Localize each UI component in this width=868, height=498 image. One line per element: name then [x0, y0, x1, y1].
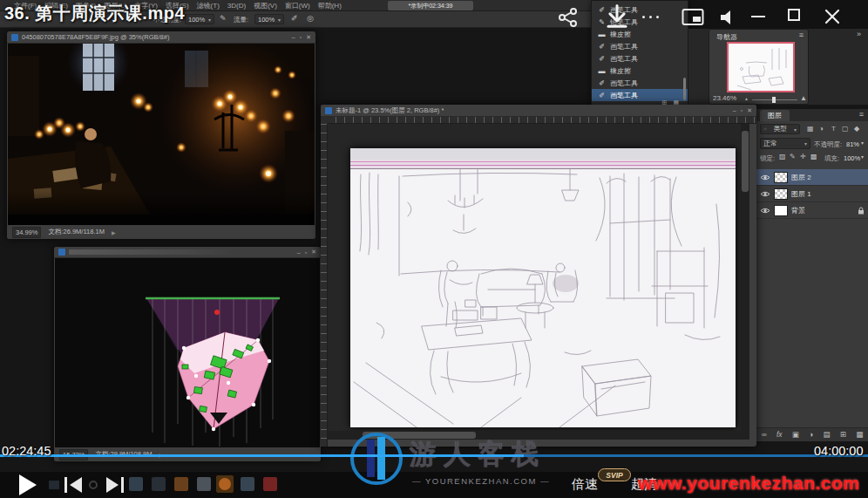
play-button[interactable]	[19, 474, 37, 495]
menu-window[interactable]: 窗口(W)	[285, 1, 310, 10]
taskbar-app-icon-active[interactable]	[216, 475, 234, 493]
tab-layers[interactable]: 图层	[760, 110, 790, 121]
zoom-level[interactable]: 34.99%	[12, 227, 41, 238]
taskbar-app-icon[interactable]	[174, 477, 188, 491]
close-icon[interactable]: ✕	[311, 249, 316, 256]
tool-preset-item[interactable]: ▬ 橡皮擦	[592, 65, 688, 77]
filter-pixel-icon[interactable]: ▦	[807, 126, 814, 133]
minimize-window-icon[interactable]	[751, 16, 765, 17]
opacity-value[interactable]: 81%	[846, 140, 859, 148]
flow-dropdown[interactable]: 100% ▾	[254, 14, 284, 24]
opacity-dropdown[interactable]: 100% ▾	[185, 14, 214, 24]
close-icon[interactable]: ✕	[306, 34, 311, 41]
restore-icon[interactable]: ▫	[300, 34, 302, 40]
panel-menu-icon[interactable]: ≡	[799, 31, 804, 39]
menu-help[interactable]: 帮助(H)	[318, 1, 342, 10]
blend-mode-dropdown[interactable]: 正常 ▾	[760, 138, 810, 149]
tool-preset-item[interactable]: ▬ 橡皮擦	[592, 28, 688, 40]
navigator-sketch-preview	[729, 44, 793, 91]
panel-scrollbar[interactable]	[683, 78, 686, 100]
restore-icon[interactable]: ▫	[741, 107, 743, 113]
eye-icon[interactable]	[760, 207, 770, 215]
adjustment-layer-icon[interactable]: ◑	[809, 431, 813, 439]
eye-icon[interactable]	[760, 190, 770, 198]
tool-preset-item[interactable]: ✐ 画笔工具	[592, 40, 688, 52]
more-icon[interactable]	[642, 16, 659, 18]
layer-group-icon[interactable]: ▤	[824, 431, 831, 439]
maximize-window-icon[interactable]	[788, 9, 800, 21]
reference-image[interactable]	[8, 44, 315, 225]
scrollbar-thumb[interactable]	[742, 131, 749, 192]
chevron-down-icon[interactable]: ▾	[861, 154, 864, 160]
smoothing-icon[interactable]: ◎	[307, 15, 314, 23]
menu-filter[interactable]: 滤镜(T)	[197, 1, 220, 10]
restore-icon[interactable]: ▫	[305, 249, 307, 256]
status-arrow-icon[interactable]: ▶	[112, 229, 116, 235]
scrollbar-vertical[interactable]	[741, 124, 749, 440]
collapse-panels-icon[interactable]: »	[857, 31, 861, 38]
layer-row[interactable]: 图层 1	[756, 186, 868, 202]
lock-all-icon[interactable]: ▩	[810, 153, 817, 160]
lock-transparent-icon[interactable]: ▨	[779, 153, 786, 160]
layer-row-background[interactable]: 背景	[756, 202, 868, 219]
navigator-thumbnail[interactable]	[727, 42, 795, 92]
zoom-in-icon[interactable]: ▲	[800, 95, 807, 102]
next-button[interactable]	[106, 477, 124, 493]
document-titlebar[interactable]: 未标题-1 @ 23.5%(图层 2, RGB/8#) * – ▫ ✕	[321, 105, 756, 117]
taskbar-app-icon[interactable]	[197, 477, 211, 491]
pen-pressure-icon[interactable]: ✎	[220, 15, 227, 23]
pip-icon[interactable]	[682, 8, 704, 27]
tool-preset-item[interactable]: ✐ 画笔工具	[592, 77, 688, 89]
link-layers-icon[interactable]: ∞	[762, 431, 767, 439]
filter-smart-icon[interactable]: ◆	[854, 126, 859, 133]
panel-menu-icon[interactable]: ≡	[859, 111, 864, 119]
taskbar-app-icon[interactable]	[129, 477, 143, 491]
lock-brush-icon[interactable]: ✎	[790, 153, 796, 160]
close-window-icon[interactable]	[823, 7, 842, 26]
delete-layer-icon[interactable]: ▦	[856, 431, 863, 439]
playback-speed-button[interactable]: 倍速	[572, 476, 598, 493]
lock-move-icon[interactable]: ✛	[800, 153, 806, 160]
chevron-down-icon[interactable]: ▾	[861, 140, 864, 146]
layer-effects-icon[interactable]: fx	[776, 431, 783, 439]
close-icon[interactable]: ✕	[747, 107, 752, 114]
taskbar-app-icon[interactable]	[241, 477, 254, 491]
navigator-zoom-value[interactable]: 23.46%	[713, 94, 736, 102]
airbrush-icon[interactable]: ✐	[291, 15, 298, 23]
progress-bar[interactable]	[0, 454, 868, 457]
layer-thumbnail[interactable]	[774, 172, 788, 183]
filter-adjustment-icon[interactable]: ◑	[819, 126, 824, 133]
navigator-slider-thumb[interactable]	[772, 97, 776, 103]
canvas-page[interactable]	[350, 148, 736, 427]
speaker-icon[interactable]	[718, 8, 737, 27]
previous-button[interactable]	[64, 477, 82, 493]
taskbar-app-icon[interactable]	[152, 477, 166, 491]
document-titlebar[interactable]: – ▫ ✕	[54, 247, 321, 258]
filter-type-icon[interactable]: T	[831, 126, 836, 133]
filter-shape-icon[interactable]: ▢	[842, 126, 849, 133]
menu-view[interactable]: 视图(V)	[254, 1, 277, 10]
layer-thumbnail[interactable]	[774, 205, 788, 216]
menu-3d[interactable]: 3D(D)	[227, 2, 246, 10]
layer-mask-icon[interactable]: ▣	[792, 431, 799, 439]
zoom-out-icon[interactable]: ▲	[744, 97, 749, 101]
minimize-icon[interactable]: –	[297, 249, 301, 256]
minimize-icon[interactable]: –	[292, 34, 295, 40]
eye-icon[interactable]	[760, 174, 770, 181]
layer-thumbnail[interactable]	[774, 188, 788, 200]
layer-filter-dropdown[interactable]: ○ 类型 ▾	[760, 124, 800, 134]
taskbar-app-icon[interactable]	[49, 481, 59, 489]
new-layer-icon[interactable]: ⊞	[840, 431, 846, 439]
share-icon[interactable]	[558, 8, 579, 27]
layer-row-selected[interactable]: 图层 2	[756, 169, 868, 186]
minimize-icon[interactable]: –	[733, 107, 736, 113]
plan-canvas[interactable]	[55, 258, 320, 447]
fill-value[interactable]: 100%	[844, 154, 860, 162]
canvas-viewport[interactable]	[328, 124, 749, 440]
record-indicator-icon[interactable]	[89, 481, 98, 489]
document-titlebar[interactable]: 04508070578E78A8F5E8F9F.jpg @ 35%(RGB/8#…	[7, 31, 315, 44]
layer-name: 图层 1	[791, 189, 811, 199]
tool-preset-item[interactable]: ✐ 画笔工具	[592, 52, 688, 65]
taskbar-app-icon[interactable]	[263, 477, 277, 491]
download-icon[interactable]	[603, 3, 631, 30]
